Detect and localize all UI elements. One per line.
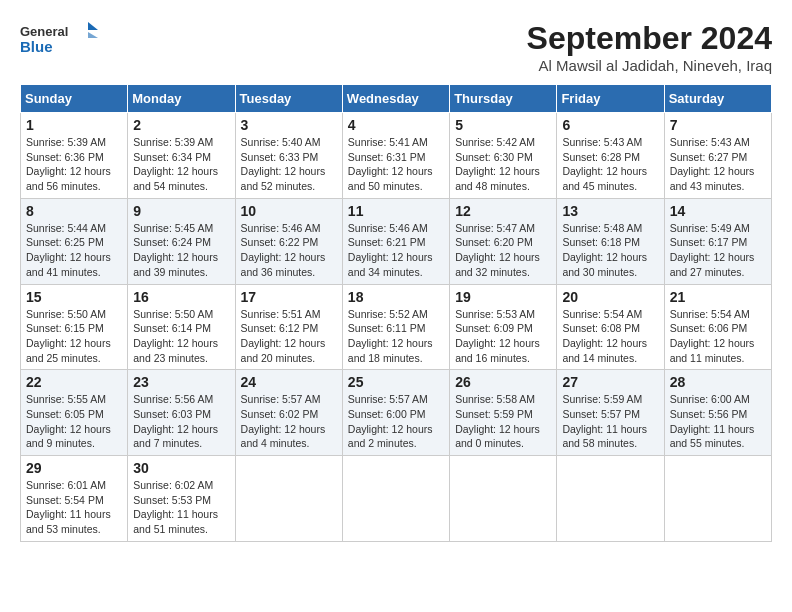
calendar-cell [235,456,342,542]
calendar-cell [557,456,664,542]
calendar-week-1: 1Sunrise: 5:39 AM Sunset: 6:36 PM Daylig… [21,113,772,199]
day-number: 20 [562,289,658,305]
day-info: Sunrise: 5:43 AM Sunset: 6:28 PM Dayligh… [562,135,658,194]
day-number: 13 [562,203,658,219]
calendar-week-2: 8Sunrise: 5:44 AM Sunset: 6:25 PM Daylig… [21,198,772,284]
day-number: 6 [562,117,658,133]
day-number: 19 [455,289,551,305]
day-info: Sunrise: 5:55 AM Sunset: 6:05 PM Dayligh… [26,392,122,451]
calendar-cell: 26Sunrise: 5:58 AM Sunset: 5:59 PM Dayli… [450,370,557,456]
calendar-body: 1Sunrise: 5:39 AM Sunset: 6:36 PM Daylig… [21,113,772,542]
calendar-cell: 12Sunrise: 5:47 AM Sunset: 6:20 PM Dayli… [450,198,557,284]
day-number: 26 [455,374,551,390]
day-info: Sunrise: 5:50 AM Sunset: 6:14 PM Dayligh… [133,307,229,366]
page-header: General Blue September 2024 Al Mawsil al… [20,20,772,74]
day-number: 29 [26,460,122,476]
header-row: Sunday Monday Tuesday Wednesday Thursday… [21,85,772,113]
header-tuesday: Tuesday [235,85,342,113]
day-info: Sunrise: 5:46 AM Sunset: 6:21 PM Dayligh… [348,221,444,280]
day-number: 3 [241,117,337,133]
day-number: 4 [348,117,444,133]
day-number: 23 [133,374,229,390]
calendar-cell: 24Sunrise: 5:57 AM Sunset: 6:02 PM Dayli… [235,370,342,456]
day-info: Sunrise: 6:01 AM Sunset: 5:54 PM Dayligh… [26,478,122,537]
calendar-title: September 2024 [527,20,772,57]
day-number: 11 [348,203,444,219]
day-info: Sunrise: 5:42 AM Sunset: 6:30 PM Dayligh… [455,135,551,194]
header-thursday: Thursday [450,85,557,113]
day-info: Sunrise: 5:39 AM Sunset: 6:36 PM Dayligh… [26,135,122,194]
day-info: Sunrise: 5:45 AM Sunset: 6:24 PM Dayligh… [133,221,229,280]
calendar-cell: 17Sunrise: 5:51 AM Sunset: 6:12 PM Dayli… [235,284,342,370]
calendar-cell: 10Sunrise: 5:46 AM Sunset: 6:22 PM Dayli… [235,198,342,284]
calendar-cell: 8Sunrise: 5:44 AM Sunset: 6:25 PM Daylig… [21,198,128,284]
calendar-week-4: 22Sunrise: 5:55 AM Sunset: 6:05 PM Dayli… [21,370,772,456]
calendar-cell: 3Sunrise: 5:40 AM Sunset: 6:33 PM Daylig… [235,113,342,199]
calendar-cell: 5Sunrise: 5:42 AM Sunset: 6:30 PM Daylig… [450,113,557,199]
day-info: Sunrise: 5:47 AM Sunset: 6:20 PM Dayligh… [455,221,551,280]
day-number: 22 [26,374,122,390]
day-info: Sunrise: 5:54 AM Sunset: 6:06 PM Dayligh… [670,307,766,366]
svg-text:Blue: Blue [20,38,53,55]
calendar-cell: 23Sunrise: 5:56 AM Sunset: 6:03 PM Dayli… [128,370,235,456]
day-number: 14 [670,203,766,219]
day-number: 7 [670,117,766,133]
day-number: 5 [455,117,551,133]
day-number: 17 [241,289,337,305]
calendar-cell: 20Sunrise: 5:54 AM Sunset: 6:08 PM Dayli… [557,284,664,370]
calendar-cell: 18Sunrise: 5:52 AM Sunset: 6:11 PM Dayli… [342,284,449,370]
calendar-cell: 15Sunrise: 5:50 AM Sunset: 6:15 PM Dayli… [21,284,128,370]
day-info: Sunrise: 5:46 AM Sunset: 6:22 PM Dayligh… [241,221,337,280]
calendar-cell: 21Sunrise: 5:54 AM Sunset: 6:06 PM Dayli… [664,284,771,370]
calendar-week-3: 15Sunrise: 5:50 AM Sunset: 6:15 PM Dayli… [21,284,772,370]
calendar-cell [664,456,771,542]
svg-text:General: General [20,24,68,39]
calendar-cell: 19Sunrise: 5:53 AM Sunset: 6:09 PM Dayli… [450,284,557,370]
day-number: 30 [133,460,229,476]
day-number: 24 [241,374,337,390]
calendar-header: Sunday Monday Tuesday Wednesday Thursday… [21,85,772,113]
calendar-cell: 6Sunrise: 5:43 AM Sunset: 6:28 PM Daylig… [557,113,664,199]
calendar-week-5: 29Sunrise: 6:01 AM Sunset: 5:54 PM Dayli… [21,456,772,542]
day-number: 16 [133,289,229,305]
day-number: 28 [670,374,766,390]
svg-marker-3 [88,32,98,38]
logo-svg: General Blue [20,20,100,60]
calendar-cell: 22Sunrise: 5:55 AM Sunset: 6:05 PM Dayli… [21,370,128,456]
day-number: 21 [670,289,766,305]
calendar-cell: 1Sunrise: 5:39 AM Sunset: 6:36 PM Daylig… [21,113,128,199]
header-monday: Monday [128,85,235,113]
day-info: Sunrise: 5:59 AM Sunset: 5:57 PM Dayligh… [562,392,658,451]
day-info: Sunrise: 5:54 AM Sunset: 6:08 PM Dayligh… [562,307,658,366]
day-info: Sunrise: 6:00 AM Sunset: 5:56 PM Dayligh… [670,392,766,451]
day-number: 1 [26,117,122,133]
calendar-cell: 14Sunrise: 5:49 AM Sunset: 6:17 PM Dayli… [664,198,771,284]
day-info: Sunrise: 5:39 AM Sunset: 6:34 PM Dayligh… [133,135,229,194]
calendar-cell: 25Sunrise: 5:57 AM Sunset: 6:00 PM Dayli… [342,370,449,456]
day-info: Sunrise: 5:49 AM Sunset: 6:17 PM Dayligh… [670,221,766,280]
day-number: 25 [348,374,444,390]
day-info: Sunrise: 5:40 AM Sunset: 6:33 PM Dayligh… [241,135,337,194]
day-info: Sunrise: 5:48 AM Sunset: 6:18 PM Dayligh… [562,221,658,280]
calendar-subtitle: Al Mawsil al Jadidah, Nineveh, Iraq [527,57,772,74]
header-wednesday: Wednesday [342,85,449,113]
calendar-cell [450,456,557,542]
day-number: 8 [26,203,122,219]
header-saturday: Saturday [664,85,771,113]
calendar-cell: 16Sunrise: 5:50 AM Sunset: 6:14 PM Dayli… [128,284,235,370]
day-number: 18 [348,289,444,305]
day-info: Sunrise: 5:43 AM Sunset: 6:27 PM Dayligh… [670,135,766,194]
calendar-cell [342,456,449,542]
day-info: Sunrise: 5:51 AM Sunset: 6:12 PM Dayligh… [241,307,337,366]
day-info: Sunrise: 5:58 AM Sunset: 5:59 PM Dayligh… [455,392,551,451]
calendar-cell: 4Sunrise: 5:41 AM Sunset: 6:31 PM Daylig… [342,113,449,199]
calendar-cell: 30Sunrise: 6:02 AM Sunset: 5:53 PM Dayli… [128,456,235,542]
day-info: Sunrise: 5:57 AM Sunset: 6:00 PM Dayligh… [348,392,444,451]
calendar-table: Sunday Monday Tuesday Wednesday Thursday… [20,84,772,542]
day-info: Sunrise: 5:53 AM Sunset: 6:09 PM Dayligh… [455,307,551,366]
calendar-cell: 29Sunrise: 6:01 AM Sunset: 5:54 PM Dayli… [21,456,128,542]
calendar-cell: 27Sunrise: 5:59 AM Sunset: 5:57 PM Dayli… [557,370,664,456]
calendar-cell: 13Sunrise: 5:48 AM Sunset: 6:18 PM Dayli… [557,198,664,284]
calendar-cell: 28Sunrise: 6:00 AM Sunset: 5:56 PM Dayli… [664,370,771,456]
day-info: Sunrise: 5:57 AM Sunset: 6:02 PM Dayligh… [241,392,337,451]
